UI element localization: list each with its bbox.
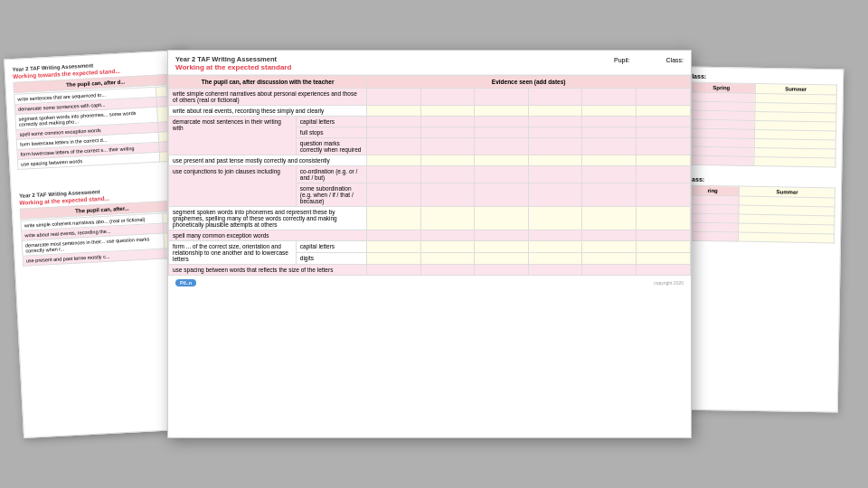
table-row: write about real events, recording these… — [169, 106, 691, 117]
evidence-cell — [582, 183, 637, 207]
right-panel: Class: Spring Summer Class: ring Summer — [675, 66, 844, 412]
evidence-cell — [420, 265, 475, 276]
evidence-cell — [420, 230, 475, 241]
evidence-cell — [528, 138, 582, 155]
pupil-class-row: Pupil: Class: — [614, 57, 684, 63]
subcriteria-cell: question marks correctly when required — [296, 138, 366, 155]
table-row: segment spoken words into phonemes and r… — [169, 207, 691, 230]
subcriteria-cell: capital letters — [296, 117, 366, 127]
evidence-cell — [528, 166, 582, 183]
evidence-cell — [582, 230, 637, 241]
evidence-cell — [475, 106, 529, 117]
evidence-cell — [637, 106, 691, 117]
right-seasons-table2: ring Summer — [684, 185, 835, 244]
evidence-cell — [420, 241, 475, 253]
evidence-cell — [420, 127, 475, 138]
evidence-cell — [528, 241, 582, 253]
evidence-cell — [475, 253, 529, 265]
evidence-cell — [475, 265, 529, 276]
subcriteria-cell: some subordination (e.g. when / if / tha… — [296, 183, 366, 207]
evidence-cell — [475, 127, 529, 138]
table-row: demarcate most sentences in their writin… — [169, 117, 691, 127]
evidence-cell — [420, 138, 475, 155]
class-label: Class: — [666, 57, 684, 63]
evidence-cell — [420, 117, 475, 127]
evidence-cell — [582, 207, 637, 230]
criteria-cell: write about real events, recording these… — [169, 106, 367, 117]
main-subtitle: Working at the expected standard — [175, 63, 291, 71]
evidence-cell — [475, 155, 529, 166]
evidence-cell — [475, 117, 529, 127]
subcriteria-cell: digits — [296, 253, 366, 265]
main-sheet: Year 2 TAF Writing Assessment Working at… — [167, 50, 692, 438]
evidence-cell — [637, 117, 691, 127]
subcriteria-cell: co-ordination (e.g. or / and / but) — [296, 166, 366, 183]
criteria-cell: segment spoken words into phonemes and r… — [169, 207, 367, 230]
subcriteria-cell: capital letters — [296, 241, 366, 253]
evidence-cell — [637, 89, 691, 106]
evidence-cell — [582, 155, 637, 166]
pupil-label: Pupil: — [614, 57, 630, 63]
evidence-cell — [528, 207, 582, 230]
evidence-cell — [367, 241, 421, 253]
evidence-cell — [367, 155, 421, 166]
evidence-cell — [367, 138, 421, 155]
evidence-cell — [528, 127, 582, 138]
evidence-cell — [637, 166, 691, 183]
evidence-cell — [475, 230, 529, 241]
evidence-cell — [420, 183, 475, 207]
evidence-cell — [637, 265, 691, 276]
evidence-cell — [582, 127, 637, 138]
table-row: spell many common exception words — [169, 230, 691, 241]
evidence-cell — [528, 89, 582, 106]
evidence-cell — [528, 106, 582, 117]
back-left2-table: write simple coherent narratives abo... … — [21, 211, 187, 266]
evidence-cell — [528, 155, 582, 166]
evidence-cell — [367, 207, 421, 230]
evidence-header: Evidence seen (add dates) — [367, 76, 691, 89]
criteria-cell: form ... of the correct size, orientatio… — [169, 241, 297, 265]
evidence-cell — [582, 265, 637, 276]
evidence-cell — [528, 183, 582, 207]
table-row: use spacing between words that reflects … — [169, 265, 691, 276]
main-sheet-header: Year 2 TAF Writing Assessment Working at… — [168, 51, 691, 75]
evidence-cell — [475, 241, 529, 253]
criteria-cell: demarcate most sentences in their writin… — [169, 117, 297, 155]
evidence-cell — [367, 183, 421, 207]
evidence-cell — [582, 166, 637, 183]
table-row: use conjunctions to join clauses includi… — [169, 166, 691, 183]
evidence-cell — [420, 89, 475, 106]
evidence-cell — [475, 138, 529, 155]
criteria-cell: write simple coherent narratives about p… — [169, 89, 367, 106]
copyright: copyright 2020 — [654, 280, 684, 286]
evidence-cell — [475, 166, 529, 183]
evidence-cell — [367, 117, 421, 127]
right-class-label2: Class: — [685, 176, 835, 185]
evidence-cell — [475, 89, 529, 106]
evidence-cell — [637, 127, 691, 138]
evidence-cell — [582, 253, 637, 265]
evidence-cell — [367, 265, 421, 276]
evidence-cell — [475, 183, 529, 207]
criteria-table: The pupil can, after discussion with the… — [168, 75, 691, 276]
evidence-cell — [637, 183, 691, 207]
evidence-cell — [367, 89, 421, 106]
criteria-cell: use spacing between words that reflects … — [169, 265, 367, 276]
evidence-cell — [637, 207, 691, 230]
evidence-cell — [582, 89, 637, 106]
back-left-table: write sentences that are sequenced to...… — [14, 85, 182, 169]
evidence-cell — [528, 230, 582, 241]
right-class-label: Class: — [687, 73, 837, 82]
evidence-cell — [528, 253, 582, 265]
evidence-cell — [637, 253, 691, 265]
criteria-cell: use conjunctions to join clauses includi… — [169, 166, 297, 207]
table-row: write simple coherent narratives about p… — [169, 89, 691, 106]
subcriteria-cell: full stops — [296, 127, 366, 138]
evidence-cell — [420, 253, 475, 265]
right-seasons-table: Spring Summer — [685, 82, 837, 168]
evidence-cell — [420, 155, 475, 166]
sheet-footer: Pil..n copyright 2020 — [168, 277, 691, 288]
evidence-cell — [637, 138, 691, 155]
page-wrapper: Year 2 TAF Writing Assessment Working to… — [0, 0, 868, 488]
evidence-cell — [420, 207, 475, 230]
